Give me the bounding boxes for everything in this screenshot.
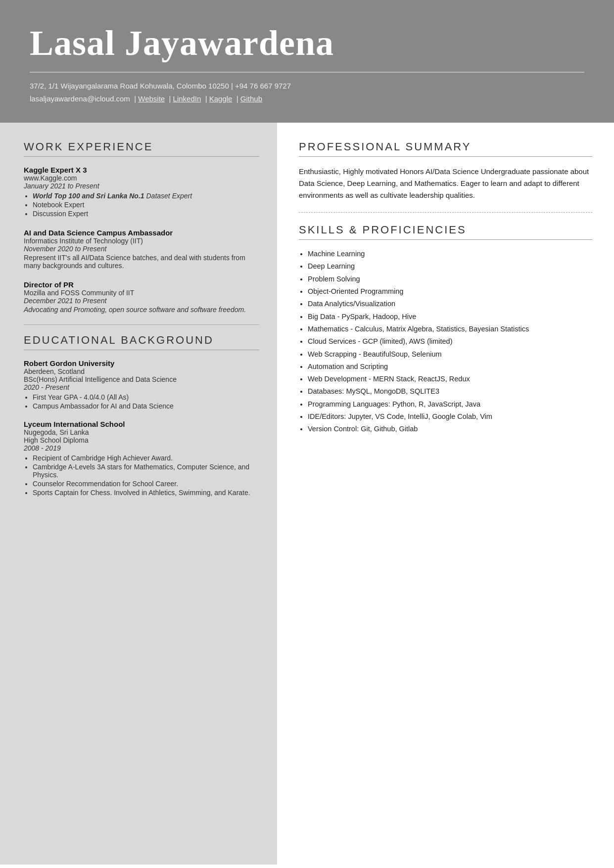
header-name: Lasal Jayawardena (30, 24, 584, 63)
summary-text: Enthusiastic, Highly motivated Honors AI… (299, 166, 592, 201)
job-bullets-kaggle: World Top 100 and Sri Lanka No.1 Dataset… (33, 192, 259, 218)
edu-location-rgu: Aberdeen, Scotland (24, 367, 259, 375)
edu-lyceum: Lyceum International School Nugegoda, Sr… (24, 420, 259, 497)
professional-summary-title: PROFESSIONAL SUMMARY (299, 140, 592, 157)
job-date-director: December 2021 to Present (24, 297, 259, 305)
edu-bullet-lyceum-1: Recipient of Cambridge High Achiever Awa… (33, 454, 259, 462)
edu-rgu: Robert Gordon University Aberdeen, Scotl… (24, 359, 259, 410)
skill-9: Web Scrapping - BeautifulSoup, Selenium (308, 349, 592, 359)
skill-13: Programming Languages: Python, R, JavaSc… (308, 399, 592, 409)
header-link-website[interactable]: Website (138, 94, 165, 103)
job-date-kaggle: January 2021 to Present (24, 182, 259, 190)
edu-degree-rgu: BSc(Hons) Artificial Intelligence and Da… (24, 375, 259, 383)
skill-6: Big Data - PySpark, Hadoop, Hive (308, 312, 592, 321)
edu-bullets-lyceum: Recipient of Cambridge High Achiever Awa… (33, 454, 259, 497)
edu-degree-lyceum: High School Diploma (24, 436, 259, 444)
skill-7: Mathematics - Calculus, Matrix Algebra, … (308, 324, 592, 334)
work-experience-title: WORK EXPERIENCE (24, 140, 259, 157)
skill-5: Data Analytics/Visualization (308, 299, 592, 309)
skill-10: Automation and Scripting (308, 362, 592, 371)
right-column: PROFESSIONAL SUMMARY Enthusiastic, Highl… (277, 123, 614, 865)
skill-14: IDE/Editors: Jupyter, VS Code, IntelliJ,… (308, 411, 592, 421)
header-link-github[interactable]: Github (240, 94, 262, 103)
skills-title: SKILLS & PROFICIENCIES (299, 224, 592, 240)
work-experience-section: WORK EXPERIENCE Kaggle Expert X 3 www.Ka… (24, 140, 259, 314)
header: Lasal Jayawardena 37/2, 1/1 Wijayangalar… (0, 0, 614, 123)
edu-bullet-lyceum-4: Sports Captain for Chess. Involved in At… (33, 489, 259, 497)
header-link-linkedin[interactable]: LinkedIn (173, 94, 201, 103)
header-link-kaggle[interactable]: Kaggle (209, 94, 233, 103)
skill-1: Machine Learning (308, 249, 592, 259)
header-contact: 37/2, 1/1 Wijayangalarama Road Kohuwala,… (30, 80, 584, 105)
skill-8: Cloud Services - GCP (limited), AWS (lim… (308, 336, 592, 346)
job-company-ambassador: Informatics Institute of Technology (IIT… (24, 237, 259, 245)
skill-2: Deep Learning (308, 261, 592, 271)
edu-year-rgu: 2020 - Present (24, 383, 259, 391)
professional-summary-section: PROFESSIONAL SUMMARY Enthusiastic, Highl… (299, 140, 592, 201)
header-address: 37/2, 1/1 Wijayangalarama Road Kohuwala,… (30, 82, 291, 90)
section-divider (24, 324, 259, 325)
left-column: WORK EXPERIENCE Kaggle Expert X 3 www.Ka… (0, 123, 277, 865)
edu-bullets-rgu: First Year GPA - 4.0/4.0 (All As) Campus… (33, 393, 259, 410)
edu-bullet-rgu-2: Campus Ambassador for AI and Data Scienc… (33, 402, 259, 410)
education-section: EDUCATIONAL BACKGROUND Robert Gordon Uni… (24, 334, 259, 497)
job-desc-director: Advocating and Promoting, open source so… (24, 306, 259, 314)
skill-3: Problem Solving (308, 274, 592, 284)
skill-15: Version Control: Git, Github, Gitlab (308, 424, 592, 434)
skill-4: Object-Oriented Programming (308, 286, 592, 296)
bullet-kaggle-1: World Top 100 and Sri Lanka No.1 Dataset… (33, 192, 259, 200)
skill-11: Web Development - MERN Stack, ReactJS, R… (308, 374, 592, 384)
job-date-ambassador: November 2020 to Present (24, 245, 259, 253)
skill-12: Databases: MySQL, MongoDB, SQLITE3 (308, 386, 592, 396)
edu-school-rgu: Robert Gordon University (24, 359, 259, 367)
job-kaggle: Kaggle Expert X 3 www.Kaggle.com January… (24, 166, 259, 218)
right-divider (299, 212, 592, 213)
bullet-kaggle-3: Discussion Expert (33, 210, 259, 218)
header-divider (30, 72, 584, 73)
skills-section: SKILLS & PROFICIENCIES Machine Learning … (299, 224, 592, 434)
header-email: lasaljayawardena@icloud.com (30, 94, 130, 103)
edu-year-lyceum: 2008 - 2019 (24, 444, 259, 452)
edu-location-lyceum: Nugegoda, Sri Lanka (24, 428, 259, 436)
job-company-kaggle: www.Kaggle.com (24, 174, 259, 182)
job-desc-ambassador: Represent IIT's all AI/Data Science batc… (24, 254, 259, 270)
bullet-kaggle-2: Notebook Expert (33, 201, 259, 209)
job-title-kaggle: Kaggle Expert X 3 (24, 166, 259, 174)
skills-list: Machine Learning Deep Learning Problem S… (308, 249, 592, 434)
edu-bullet-rgu-1: First Year GPA - 4.0/4.0 (All As) (33, 393, 259, 401)
job-director-pr: Director of PR Mozilla and FOSS Communit… (24, 280, 259, 314)
job-title-director: Director of PR (24, 280, 259, 289)
edu-bullet-lyceum-2: Cambridge A-Levels 3A stars for Mathemat… (33, 463, 259, 479)
main-content: WORK EXPERIENCE Kaggle Expert X 3 www.Ka… (0, 123, 614, 865)
job-company-director: Mozilla and FOSS Community of IIT (24, 289, 259, 297)
edu-bullet-lyceum-3: Counselor Recommendation for School Care… (33, 480, 259, 488)
job-ambassador: AI and Data Science Campus Ambassador In… (24, 228, 259, 270)
education-title: EDUCATIONAL BACKGROUND (24, 334, 259, 350)
edu-school-lyceum: Lyceum International School (24, 420, 259, 428)
job-title-ambassador: AI and Data Science Campus Ambassador (24, 228, 259, 237)
